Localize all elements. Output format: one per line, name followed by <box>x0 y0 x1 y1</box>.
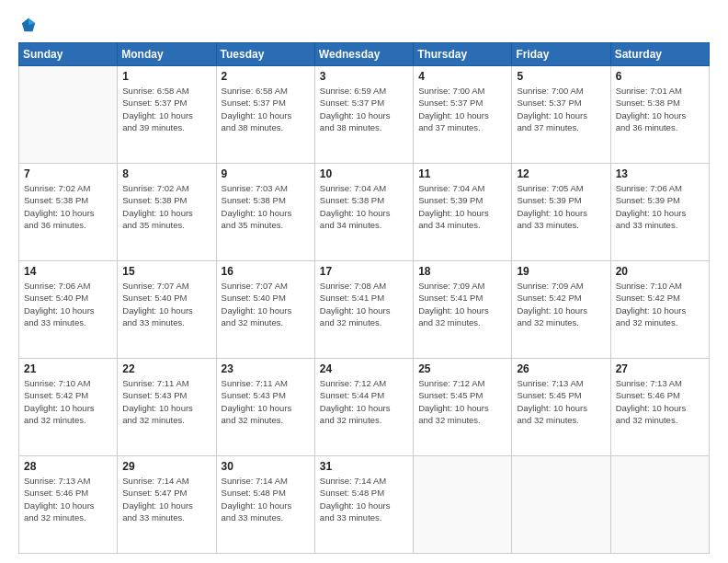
calendar-cell <box>414 456 512 554</box>
day-number: 8 <box>122 167 210 180</box>
calendar-week-0: 1Sunrise: 6:58 AM Sunset: 5:37 PM Daylig… <box>19 66 710 164</box>
day-info: Sunrise: 6:58 AM Sunset: 5:37 PM Dayligh… <box>222 85 310 133</box>
day-header-wednesday: Wednesday <box>314 43 413 66</box>
day-number: 17 <box>320 265 408 278</box>
day-number: 1 <box>122 70 210 83</box>
day-info: Sunrise: 7:02 AM Sunset: 5:38 PM Dayligh… <box>122 182 210 231</box>
calendar-cell: 31Sunrise: 7:14 AM Sunset: 5:48 PM Dayli… <box>314 456 413 554</box>
day-number: 18 <box>418 265 506 278</box>
day-header-monday: Monday <box>118 43 216 66</box>
day-header-friday: Friday <box>512 43 610 66</box>
day-number: 25 <box>418 362 506 375</box>
day-header-saturday: Saturday <box>610 43 709 66</box>
day-number: 10 <box>320 167 408 180</box>
calendar-cell: 7Sunrise: 7:02 AM Sunset: 5:38 PM Daylig… <box>19 164 118 261</box>
calendar-cell: 16Sunrise: 7:07 AM Sunset: 5:40 PM Dayli… <box>216 261 314 359</box>
calendar-cell <box>512 456 610 554</box>
calendar-cell <box>19 66 118 164</box>
day-info: Sunrise: 7:03 AM Sunset: 5:38 PM Dayligh… <box>222 182 310 231</box>
calendar-cell: 1Sunrise: 6:58 AM Sunset: 5:37 PM Daylig… <box>118 66 216 164</box>
day-number: 2 <box>222 70 310 83</box>
calendar-cell: 20Sunrise: 7:10 AM Sunset: 5:42 PM Dayli… <box>610 261 709 359</box>
calendar-cell: 9Sunrise: 7:03 AM Sunset: 5:38 PM Daylig… <box>216 164 314 261</box>
day-number: 3 <box>320 70 408 83</box>
day-info: Sunrise: 7:00 AM Sunset: 5:37 PM Dayligh… <box>517 85 605 133</box>
calendar-cell: 25Sunrise: 7:12 AM Sunset: 5:45 PM Dayli… <box>414 359 512 456</box>
day-header-sunday: Sunday <box>19 43 118 66</box>
day-info: Sunrise: 7:11 AM Sunset: 5:43 PM Dayligh… <box>222 377 310 426</box>
calendar-cell: 21Sunrise: 7:10 AM Sunset: 5:42 PM Dayli… <box>19 359 118 456</box>
calendar-week-1: 7Sunrise: 7:02 AM Sunset: 5:38 PM Daylig… <box>19 164 710 261</box>
day-info: Sunrise: 7:00 AM Sunset: 5:37 PM Dayligh… <box>418 85 506 133</box>
day-number: 19 <box>517 265 605 278</box>
day-info: Sunrise: 7:09 AM Sunset: 5:41 PM Dayligh… <box>418 280 506 328</box>
calendar-cell: 26Sunrise: 7:13 AM Sunset: 5:45 PM Dayli… <box>512 359 610 456</box>
day-info: Sunrise: 7:07 AM Sunset: 5:40 PM Dayligh… <box>222 280 310 328</box>
calendar-cell: 8Sunrise: 7:02 AM Sunset: 5:38 PM Daylig… <box>118 164 216 261</box>
calendar-cell <box>610 456 709 554</box>
day-number: 24 <box>320 362 408 375</box>
calendar-cell: 10Sunrise: 7:04 AM Sunset: 5:38 PM Dayli… <box>314 164 413 261</box>
day-number: 11 <box>418 167 506 180</box>
calendar-cell: 30Sunrise: 7:14 AM Sunset: 5:48 PM Dayli… <box>216 456 314 554</box>
calendar-cell: 15Sunrise: 7:07 AM Sunset: 5:40 PM Dayli… <box>118 261 216 359</box>
day-info: Sunrise: 7:12 AM Sunset: 5:45 PM Dayligh… <box>418 377 506 426</box>
calendar-cell: 28Sunrise: 7:13 AM Sunset: 5:46 PM Dayli… <box>19 456 118 554</box>
calendar-cell: 24Sunrise: 7:12 AM Sunset: 5:44 PM Dayli… <box>314 359 413 456</box>
day-info: Sunrise: 7:01 AM Sunset: 5:38 PM Dayligh… <box>616 85 704 133</box>
day-number: 9 <box>222 167 310 180</box>
calendar-cell: 2Sunrise: 6:58 AM Sunset: 5:37 PM Daylig… <box>216 66 314 164</box>
day-info: Sunrise: 7:14 AM Sunset: 5:48 PM Dayligh… <box>222 475 310 523</box>
calendar-cell: 6Sunrise: 7:01 AM Sunset: 5:38 PM Daylig… <box>610 66 709 164</box>
calendar-cell: 13Sunrise: 7:06 AM Sunset: 5:39 PM Dayli… <box>610 164 709 261</box>
day-number: 13 <box>616 167 704 180</box>
day-number: 27 <box>616 362 704 375</box>
calendar-cell: 17Sunrise: 7:08 AM Sunset: 5:41 PM Dayli… <box>314 261 413 359</box>
calendar-table: SundayMondayTuesdayWednesdayThursdayFrid… <box>18 42 710 554</box>
calendar-cell: 14Sunrise: 7:06 AM Sunset: 5:40 PM Dayli… <box>19 261 118 359</box>
day-number: 15 <box>122 265 210 278</box>
calendar-cell: 27Sunrise: 7:13 AM Sunset: 5:46 PM Dayli… <box>610 359 709 456</box>
day-info: Sunrise: 7:10 AM Sunset: 5:42 PM Dayligh… <box>616 280 704 328</box>
calendar-cell: 4Sunrise: 7:00 AM Sunset: 5:37 PM Daylig… <box>414 66 512 164</box>
day-number: 4 <box>418 70 506 83</box>
day-info: Sunrise: 7:12 AM Sunset: 5:44 PM Dayligh… <box>320 377 408 426</box>
day-info: Sunrise: 7:10 AM Sunset: 5:42 PM Dayligh… <box>24 377 112 426</box>
calendar-cell: 12Sunrise: 7:05 AM Sunset: 5:39 PM Dayli… <box>512 164 610 261</box>
day-info: Sunrise: 7:07 AM Sunset: 5:40 PM Dayligh… <box>122 280 210 328</box>
day-number: 28 <box>24 460 112 473</box>
calendar-cell: 3Sunrise: 6:59 AM Sunset: 5:37 PM Daylig… <box>314 66 413 164</box>
day-info: Sunrise: 6:58 AM Sunset: 5:37 PM Dayligh… <box>122 85 210 133</box>
day-info: Sunrise: 7:13 AM Sunset: 5:46 PM Dayligh… <box>616 377 704 426</box>
calendar-cell: 11Sunrise: 7:04 AM Sunset: 5:39 PM Dayli… <box>414 164 512 261</box>
header <box>18 17 710 33</box>
calendar-cell: 22Sunrise: 7:11 AM Sunset: 5:43 PM Dayli… <box>118 359 216 456</box>
calendar-header-row: SundayMondayTuesdayWednesdayThursdayFrid… <box>19 43 710 66</box>
day-number: 5 <box>517 70 605 83</box>
day-info: Sunrise: 7:02 AM Sunset: 5:38 PM Dayligh… <box>24 182 112 231</box>
calendar-week-4: 28Sunrise: 7:13 AM Sunset: 5:46 PM Dayli… <box>19 456 710 554</box>
calendar-cell: 5Sunrise: 7:00 AM Sunset: 5:37 PM Daylig… <box>512 66 610 164</box>
day-number: 7 <box>24 167 112 180</box>
day-number: 21 <box>24 362 112 375</box>
day-header-tuesday: Tuesday <box>216 43 314 66</box>
day-info: Sunrise: 7:09 AM Sunset: 5:42 PM Dayligh… <box>517 280 605 328</box>
day-info: Sunrise: 7:14 AM Sunset: 5:48 PM Dayligh… <box>320 475 408 523</box>
calendar-cell: 23Sunrise: 7:11 AM Sunset: 5:43 PM Dayli… <box>216 359 314 456</box>
day-number: 30 <box>222 460 310 473</box>
day-info: Sunrise: 7:06 AM Sunset: 5:40 PM Dayligh… <box>24 280 112 328</box>
day-info: Sunrise: 7:14 AM Sunset: 5:47 PM Dayligh… <box>122 475 210 523</box>
day-number: 12 <box>517 167 605 180</box>
day-info: Sunrise: 6:59 AM Sunset: 5:37 PM Dayligh… <box>320 85 408 133</box>
day-number: 14 <box>24 265 112 278</box>
day-info: Sunrise: 7:08 AM Sunset: 5:41 PM Dayligh… <box>320 280 408 328</box>
day-info: Sunrise: 7:11 AM Sunset: 5:43 PM Dayligh… <box>122 377 210 426</box>
calendar-week-2: 14Sunrise: 7:06 AM Sunset: 5:40 PM Dayli… <box>19 261 710 359</box>
day-info: Sunrise: 7:13 AM Sunset: 5:46 PM Dayligh… <box>24 475 112 523</box>
logo-icon <box>20 17 37 33</box>
calendar-cell: 19Sunrise: 7:09 AM Sunset: 5:42 PM Dayli… <box>512 261 610 359</box>
day-info: Sunrise: 7:13 AM Sunset: 5:45 PM Dayligh… <box>517 377 605 426</box>
day-number: 16 <box>222 265 310 278</box>
calendar-page: SundayMondayTuesdayWednesdayThursdayFrid… <box>0 0 728 563</box>
day-number: 6 <box>616 70 704 83</box>
